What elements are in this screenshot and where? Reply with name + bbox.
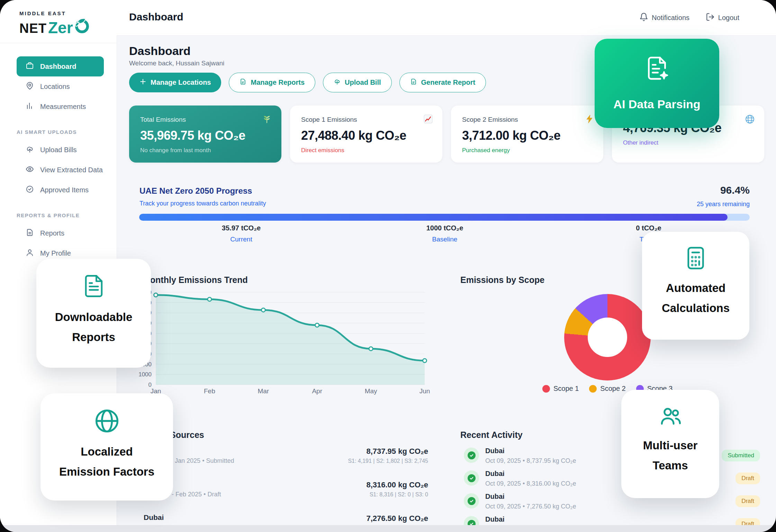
automated-calculations-card: Automated Calculations: [642, 232, 749, 340]
check-badge-icon: [464, 448, 479, 463]
brand-net: NET: [19, 22, 47, 35]
manage-locations-button[interactable]: Manage Locations: [129, 73, 221, 92]
floating-card-label: Localized Emission Factors: [59, 442, 154, 482]
sidebar-item-label: View Extracted Data: [40, 166, 103, 174]
trend-chart-title: Monthly Emissions Trend: [143, 275, 248, 285]
status-badge: Submitted: [722, 450, 760, 461]
progress-title: UAE Net Zero 2050 Progress: [139, 186, 252, 196]
upload-cloud-icon: [26, 145, 34, 155]
button-label: Upload Bill: [345, 79, 381, 86]
sidebar-item-measurements[interactable]: Measurements: [17, 97, 104, 117]
sidebar-item-label: Approved Items: [40, 186, 89, 194]
activity-name: Dubai: [485, 470, 505, 478]
sidebar-item-dashboard[interactable]: Dashboard: [17, 56, 104, 76]
svg-text:1000: 1000: [138, 371, 152, 378]
manage-reports-button[interactable]: Manage Reports: [229, 73, 315, 92]
floating-card-label: Downloadable Reports: [55, 307, 133, 347]
multi-user-teams-card: Multi-user Teams: [621, 390, 719, 498]
stat-title: Total Emissions: [140, 116, 270, 123]
legend-label: Scope 2: [600, 385, 625, 393]
button-label: Generate Report: [421, 79, 476, 86]
chart-up-icon: [424, 114, 433, 125]
svg-text:Mar: Mar: [258, 387, 269, 395]
source-breakdown: S1: 8,316 | S2: 0 | S3: 0: [370, 492, 428, 498]
check-circle-icon: [26, 185, 34, 195]
svg-text:Jun: Jun: [419, 387, 430, 395]
milestone-value: 1000 tCO₂e: [426, 224, 463, 232]
scope2-emissions-card: Scope 2 Emissions 3,712.00 kg CO₂e Purch…: [451, 106, 603, 163]
floating-card-label: Multi-user Teams: [643, 435, 698, 476]
activity-name: Dubai: [485, 447, 505, 455]
generate-report-button[interactable]: Generate Report: [399, 73, 486, 92]
sidebar-item-label: My Profile: [40, 249, 71, 257]
status-badge: Draft: [736, 473, 760, 484]
app-window: MIDDLE EAST NET Zer Dashboard: [0, 0, 776, 532]
milestone-value: 0 tCO₂e: [636, 224, 661, 232]
localized-emission-factors-card: Localized Emission Factors: [40, 393, 173, 501]
ai-data-parsing-card: AI Data Parsing: [595, 39, 719, 128]
sidebar-item-view-extracted-data[interactable]: View Extracted Data: [17, 160, 104, 180]
sidebar-item-label: Dashboard: [40, 63, 76, 71]
milestone-label: Current: [222, 236, 261, 243]
stat-title: Scope 2 Emissions: [462, 116, 592, 123]
notifications-button[interactable]: Notifications: [639, 12, 689, 23]
legend-dot: [589, 385, 597, 393]
brand-topline: MIDDLE EAST: [19, 10, 117, 16]
file-icon: [240, 78, 246, 87]
logout-icon: [706, 12, 715, 23]
window-bottom-strip: [0, 525, 776, 532]
progress-subtitle: Track your progress towards carbon neutr…: [139, 200, 266, 207]
milestone-value: 35.97 tCO₂e: [222, 224, 261, 232]
scope1-emissions-card: Scope 1 Emissions 27,488.40 kg CO₂e Dire…: [290, 106, 442, 163]
legend-item-scope2: Scope 2: [589, 385, 625, 393]
leaf-ring-icon: [74, 17, 90, 35]
total-emissions-card: Total Emissions 35,969.75 kg CO₂e No cha…: [129, 106, 281, 163]
sidebar-item-reports[interactable]: Reports: [17, 223, 104, 243]
sidebar-item-label: Reports: [40, 229, 64, 237]
logout-label: Logout: [718, 14, 739, 22]
header-title: Dashboard: [129, 11, 183, 23]
progress-bar: [139, 214, 750, 221]
check-badge-icon: [464, 470, 479, 486]
activity-meta: Oct 09, 2025 • 8,737.95 kg CO₂e: [485, 457, 576, 465]
document-sparkle-icon: [643, 55, 671, 85]
status-badge: Draft: [736, 495, 760, 507]
bell-icon: [639, 12, 648, 23]
button-label: Manage Locations: [151, 79, 211, 86]
sidebar-item-upload-bills[interactable]: Upload Bills: [17, 140, 104, 160]
floating-card-label: Automated Calculations: [662, 278, 730, 318]
sidebar-section-reports-profile: REPORTS & PROFILE: [17, 212, 117, 218]
monthly-emissions-trend-chart: 0100020003000400050006000700080009000Jan…: [132, 289, 433, 396]
map-pin-icon: [26, 82, 34, 92]
stat-title: Scope 1 Emissions: [301, 116, 431, 123]
logout-button[interactable]: Logout: [706, 12, 739, 23]
progress-fill: [139, 214, 728, 221]
activity-row: Dubai Oct 09, 2025 • 7,276.50 kg CO₂e Dr…: [464, 493, 760, 513]
action-buttons: Manage Locations Manage Reports Upload B…: [129, 73, 486, 92]
svg-text:Apr: Apr: [312, 387, 322, 395]
button-label: Manage Reports: [251, 79, 305, 86]
notifications-label: Notifications: [652, 14, 689, 22]
globe-icon: [94, 409, 119, 435]
top-header: Dashboard Notifications Logout: [117, 0, 776, 36]
page-title: Dashboard: [129, 44, 191, 58]
milestone-baseline: 1000 tCO₂e Baseline: [426, 224, 463, 243]
stat-value: 27,488.40 kg CO₂e: [301, 128, 431, 143]
sidebar-item-label: Upload Bills: [40, 146, 77, 154]
donut-chart-title: Emissions by Scope: [460, 275, 544, 285]
svg-text:Feb: Feb: [204, 387, 215, 395]
file-text-icon: [83, 274, 105, 300]
brand-zero: Zer: [48, 21, 73, 35]
brand-logo: MIDDLE EAST NET Zer: [0, 0, 117, 43]
calculator-icon: [685, 246, 706, 272]
legend-label: Scope 1: [553, 385, 579, 393]
sidebar-nav: Dashboard Locations Measurements AI SMAR…: [0, 43, 117, 263]
sidebar-item-approved-items[interactable]: Approved Items: [17, 180, 104, 200]
stat-value: 3,712.00 kg CO₂e: [462, 128, 592, 143]
emission-source-row: Dubai Jan 2025 - Jan 2025 • Submitted 8,…: [144, 446, 428, 465]
sidebar-section-ai-uploads: AI SMART UPLOADS: [17, 129, 117, 135]
file-icon: [410, 78, 417, 87]
sidebar-item-locations[interactable]: Locations: [17, 76, 104, 97]
upload-bill-button[interactable]: Upload Bill: [323, 73, 391, 92]
user-icon: [26, 248, 34, 258]
